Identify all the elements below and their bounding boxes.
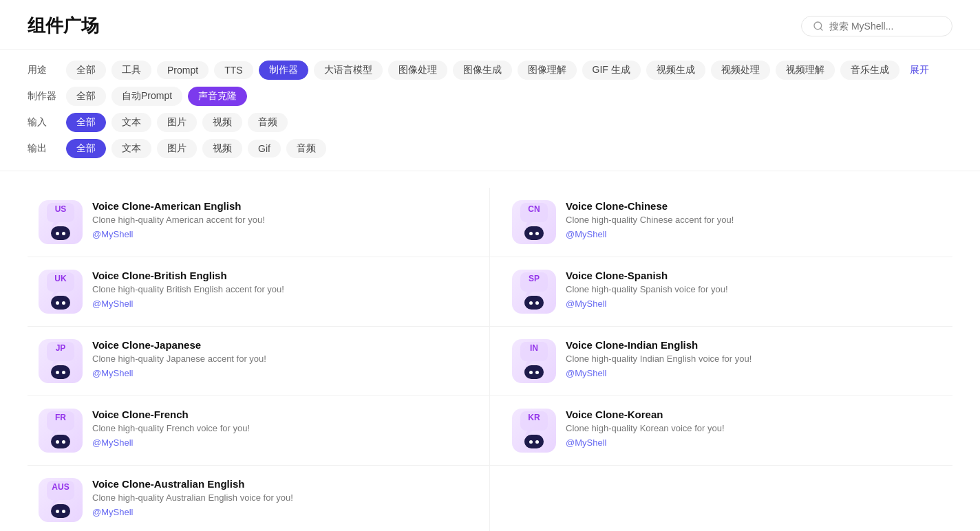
card-author[interactable]: @MyShell	[566, 299, 941, 309]
card-title: Voice Clone-French	[92, 409, 467, 420]
card-title: Voice Clone-Chinese	[566, 200, 941, 212]
chip-usage-llm[interactable]: 大语言模型	[314, 61, 383, 80]
card-grid: US Voice Clone-American English Clone hi…	[28, 188, 952, 531]
list-item[interactable]: US Voice Clone-American English Clone hi…	[28, 188, 490, 257]
list-item[interactable]: FR Voice Clone-French Clone high-quality…	[28, 396, 490, 466]
card-icon: IN	[512, 339, 556, 383]
card-body: Voice Clone-Spanish Clone high-quality S…	[566, 270, 941, 309]
header: 组件广场	[0, 0, 980, 50]
search-icon	[813, 21, 824, 32]
card-body: Voice Clone-British English Clone high-q…	[92, 270, 467, 309]
card-title: Voice Clone-British English	[92, 270, 467, 281]
card-icon: US	[39, 200, 83, 244]
card-desc: Clone high-quality American accent for y…	[92, 215, 467, 225]
chip-expand[interactable]: 展开	[905, 61, 934, 80]
card-desc: Clone high-quality British English accen…	[92, 284, 467, 294]
chip-maker-all[interactable]: 全部	[66, 87, 106, 106]
card-desc: Clone high-quality French voice for you!	[92, 423, 467, 433]
card-author[interactable]: @MyShell	[566, 368, 941, 378]
input-chips: 全部 文本 图片 视频 音频	[66, 113, 288, 132]
card-icon: KR	[512, 409, 556, 453]
page-title: 组件广场	[28, 14, 99, 38]
card-title: Voice Clone-Indian English	[566, 339, 941, 351]
list-item[interactable]: AUS Voice Clone-Australian English Clone…	[28, 466, 490, 531]
svg-line-1	[820, 28, 822, 30]
chip-usage-prompt[interactable]: Prompt	[157, 61, 209, 79]
chip-input-audio[interactable]: 音频	[248, 113, 288, 132]
chip-input-all[interactable]: 全部	[66, 113, 106, 132]
chip-maker-auto-prompt[interactable]: 自动Prompt	[111, 87, 182, 106]
chip-usage-all[interactable]: 全部	[66, 61, 106, 80]
card-body: Voice Clone-Chinese Clone high-quality C…	[566, 200, 941, 239]
chip-output-text[interactable]: 文本	[111, 139, 151, 158]
card-title: Voice Clone-Spanish	[566, 270, 941, 281]
card-desc: Clone high-quality Korean voice for you!	[566, 423, 941, 433]
chip-input-image[interactable]: 图片	[157, 113, 197, 132]
list-item[interactable]: CN Voice Clone-Chinese Clone high-qualit…	[490, 188, 952, 257]
card-author[interactable]: @MyShell	[92, 437, 467, 448]
card-body: Voice Clone-Korean Clone high-quality Ko…	[566, 409, 941, 448]
card-body: Voice Clone-American English Clone high-…	[92, 200, 467, 239]
chip-input-video[interactable]: 视频	[202, 113, 242, 132]
card-desc: Clone high-quality Japanese accent for y…	[92, 354, 467, 364]
usage-label: 用途	[28, 64, 61, 76]
card-desc: Clone high-quality Spanish voice for you…	[566, 284, 941, 294]
card-author[interactable]: @MyShell	[566, 437, 941, 448]
chip-output-all[interactable]: 全部	[66, 139, 106, 158]
chip-usage-gif-gen[interactable]: GIF 生成	[582, 61, 641, 80]
input-label: 输入	[28, 116, 61, 129]
chip-maker-voice-clone[interactable]: 声音克隆	[188, 87, 247, 106]
list-item[interactable]: SP Voice Clone-Spanish Clone high-qualit…	[490, 257, 952, 327]
card-icon: FR	[39, 409, 83, 453]
card-icon: CN	[512, 200, 556, 244]
card-title: Voice Clone-Japanese	[92, 339, 467, 351]
chip-usage-vid-gen[interactable]: 视频生成	[646, 61, 705, 80]
list-item[interactable]: JP Voice Clone-Japanese Clone high-quali…	[28, 327, 490, 396]
chip-usage-vid-under[interactable]: 视频理解	[776, 61, 835, 80]
maker-filter-row: 制作器 全部 自动Prompt 声音克隆	[28, 87, 952, 106]
chip-output-audio[interactable]: 音频	[286, 139, 326, 158]
card-author[interactable]: @MyShell	[566, 229, 941, 239]
card-body: Voice Clone-Indian English Clone high-qu…	[566, 339, 941, 378]
list-item[interactable]: UK Voice Clone-British English Clone hig…	[28, 257, 490, 327]
chip-usage-maker[interactable]: 制作器	[259, 61, 308, 80]
card-author[interactable]: @MyShell	[92, 507, 467, 517]
card-title: Voice Clone-Korean	[566, 409, 941, 420]
output-filter-row: 输出 全部 文本 图片 视频 Gif 音频	[28, 139, 952, 158]
usage-filter-row: 用途 全部 工具 Prompt TTS 制作器 大语言模型 图像处理 图像生成 …	[28, 61, 952, 80]
output-chips: 全部 文本 图片 视频 Gif 音频	[66, 139, 326, 158]
input-filter-row: 输入 全部 文本 图片 视频 音频	[28, 113, 952, 132]
card-author[interactable]: @MyShell	[92, 229, 467, 239]
card-icon: AUS	[39, 478, 83, 522]
maker-label: 制作器	[28, 90, 61, 102]
chip-output-video[interactable]: 视频	[202, 139, 242, 158]
chip-usage-tool[interactable]: 工具	[111, 61, 151, 80]
chip-output-image[interactable]: 图片	[157, 139, 197, 158]
list-item[interactable]: IN Voice Clone-Indian English Clone high…	[490, 327, 952, 396]
card-body: Voice Clone-Australian English Clone hig…	[92, 478, 467, 517]
chip-output-gif[interactable]: Gif	[248, 140, 281, 158]
chip-usage-vid-proc[interactable]: 视频处理	[711, 61, 770, 80]
chip-usage-music-gen[interactable]: 音乐生成	[840, 61, 899, 80]
chip-usage-img-gen[interactable]: 图像生成	[453, 61, 512, 80]
card-icon: JP	[39, 339, 83, 383]
chip-usage-tts[interactable]: TTS	[214, 61, 253, 79]
output-label: 输出	[28, 142, 61, 155]
card-title: Voice Clone-American English	[92, 200, 467, 212]
card-body: Voice Clone-French Clone high-quality Fr…	[92, 409, 467, 448]
card-icon: UK	[39, 270, 83, 314]
card-desc: Clone high-quality Indian English voice …	[566, 354, 941, 364]
maker-chips: 全部 自动Prompt 声音克隆	[66, 87, 247, 106]
card-desc: Clone high-quality Australian English vo…	[92, 492, 467, 503]
search-box[interactable]	[801, 16, 952, 36]
card-icon: SP	[512, 270, 556, 314]
search-input[interactable]	[829, 21, 941, 32]
chip-usage-img-under[interactable]: 图像理解	[518, 61, 577, 80]
list-item[interactable]: KR Voice Clone-Korean Clone high-quality…	[490, 396, 952, 466]
card-author[interactable]: @MyShell	[92, 299, 467, 309]
chip-usage-img-proc[interactable]: 图像处理	[388, 61, 447, 80]
card-author[interactable]: @MyShell	[92, 368, 467, 378]
chip-input-text[interactable]: 文本	[111, 113, 151, 132]
usage-chips: 全部 工具 Prompt TTS 制作器 大语言模型 图像处理 图像生成 图像理…	[66, 61, 934, 80]
card-body: Voice Clone-Japanese Clone high-quality …	[92, 339, 467, 378]
